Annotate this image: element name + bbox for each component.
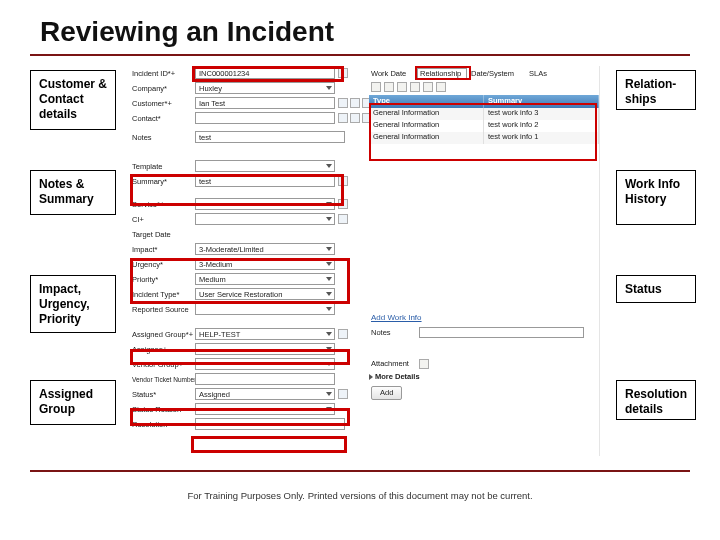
top-rule — [30, 54, 690, 56]
search-icon[interactable] — [338, 199, 348, 209]
doc-icon[interactable] — [384, 82, 394, 92]
callout-assigned: Assigned Group — [30, 380, 116, 425]
chevron-right-icon — [369, 374, 373, 380]
add-button[interactable]: Add — [371, 386, 402, 400]
attachment-icon[interactable] — [419, 359, 429, 369]
status-reason-select[interactable] — [195, 403, 335, 415]
ci-input[interactable] — [195, 213, 335, 225]
assigned-group-select[interactable]: HELP-TEST — [195, 328, 335, 340]
search-icon[interactable] — [338, 113, 348, 123]
customer-input[interactable]: Ian Test — [195, 97, 335, 109]
notes-input[interactable]: test — [195, 131, 345, 143]
work-info-panel: Work Date Relationship Date/System SLAs … — [369, 66, 599, 400]
callout-notes: Notes & Summary — [30, 170, 116, 215]
status-select[interactable]: Assigned — [195, 388, 335, 400]
incident-type-select[interactable]: User Service Restoration — [195, 288, 335, 300]
bottom-rule — [30, 470, 690, 472]
resolution-input[interactable] — [195, 418, 345, 430]
print-icon[interactable] — [436, 82, 446, 92]
date-system-label: Date/System — [467, 69, 527, 78]
pencil-icon[interactable] — [371, 82, 381, 92]
vendor-group-select[interactable] — [195, 358, 335, 370]
urgency-select[interactable]: 3-Medium — [195, 258, 335, 270]
page-icon[interactable] — [350, 113, 360, 123]
work-date-label: Work Date — [369, 69, 417, 78]
callout-relationships: Relation-ships — [616, 70, 696, 110]
incident-id-label: Incident ID*+ — [130, 69, 195, 78]
sla-label: SLAs — [527, 69, 555, 78]
search-icon[interactable] — [338, 329, 348, 339]
callout-status: Status — [616, 275, 696, 303]
page-icon[interactable] — [350, 98, 360, 108]
work-notes-input[interactable] — [419, 327, 584, 338]
add-work-info-link[interactable]: Add Work Info — [369, 309, 599, 326]
notes-section: Notes — [369, 326, 599, 339]
page-title: Reviewing an Incident — [40, 16, 334, 48]
attach-icon[interactable] — [410, 82, 420, 92]
priority-select[interactable]: Medium — [195, 273, 335, 285]
footnote: For Training Purposes Only. Printed vers… — [0, 490, 720, 501]
vendor-ticket-input[interactable] — [195, 373, 335, 385]
contact-input[interactable] — [195, 112, 335, 124]
delete-icon[interactable] — [397, 82, 407, 92]
callout-resolution: Resolution details — [616, 380, 696, 420]
incident-id-input[interactable]: INC000001234 — [195, 67, 335, 79]
company-input[interactable]: Huxley — [195, 82, 335, 94]
callout-customer: Customer & Contact details — [30, 70, 116, 130]
assignee-select[interactable] — [195, 343, 335, 355]
more-details-toggle[interactable]: More Details — [369, 370, 599, 383]
incident-form-screenshot: Work Date Relationship Date/System SLAs … — [130, 66, 600, 456]
summary-input[interactable]: test — [195, 175, 335, 187]
callout-workinfo: Work Info History — [616, 170, 696, 225]
work-info-toolbar — [369, 80, 599, 92]
menu-icon[interactable] — [338, 389, 348, 399]
search-icon[interactable] — [338, 214, 348, 224]
search-icon[interactable] — [338, 98, 348, 108]
search-icon[interactable] — [338, 68, 348, 78]
impact-select[interactable]: 3-Moderate/Limited — [195, 243, 335, 255]
highlight-work-info — [369, 103, 597, 161]
expand-icon[interactable] — [338, 176, 348, 186]
service-input[interactable] — [195, 198, 335, 210]
attachment-row: Attachment — [369, 357, 599, 370]
row-resolution: Resolution — [130, 417, 599, 431]
highlight-resolution — [191, 436, 347, 453]
view-icon[interactable] — [423, 82, 433, 92]
reported-source-select[interactable] — [195, 303, 335, 315]
callout-impact: Impact, Urgency, Priority — [30, 275, 116, 333]
template-input[interactable] — [195, 160, 335, 172]
row-status-reason: Status Reason — [130, 402, 599, 416]
highlight-relationship — [415, 66, 471, 80]
